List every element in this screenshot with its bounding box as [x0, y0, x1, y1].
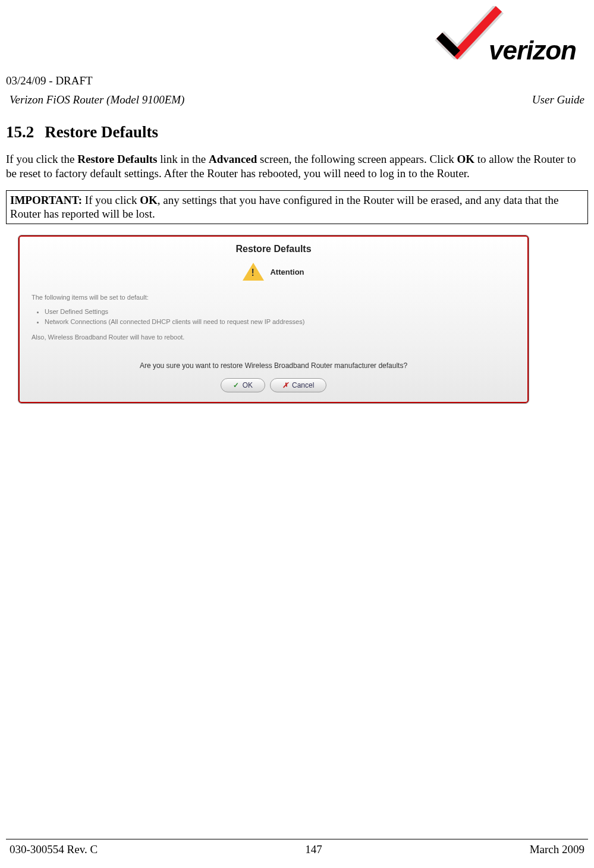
footer-divider: [6, 839, 588, 839]
restore-defaults-dialog: Restore Defaults Attention The following…: [18, 235, 529, 404]
section-number: 15.2: [6, 123, 34, 141]
x-icon: ✗: [282, 381, 288, 389]
section-title: Restore Defaults: [45, 123, 158, 141]
footer-rev: 030-300554 Rev. C: [10, 843, 98, 856]
page-footer: 030-300554 Rev. C 147 March 2009: [6, 839, 588, 856]
dialog-also: Also, Wireless Broadband Router will hav…: [32, 332, 516, 343]
footer-date: March 2009: [530, 843, 584, 856]
ok-button[interactable]: ✓ OK: [221, 378, 265, 392]
section-heading: 15.2Restore Defaults: [6, 123, 588, 141]
section-body: If you click the Restore Defaults link i…: [6, 152, 588, 181]
warning-icon: [243, 263, 264, 281]
footer-page: 147: [305, 843, 322, 856]
check-icon: ✓: [233, 381, 239, 389]
list-item: User Defined Settings: [45, 307, 516, 317]
cancel-button[interactable]: ✗ Cancel: [270, 378, 326, 392]
important-callout: IMPORTANT: If you click OK, any settings…: [6, 190, 588, 225]
doc-type: User Guide: [532, 93, 584, 106]
attention-label: Attention: [270, 268, 304, 276]
ok-button-label: OK: [243, 381, 253, 389]
logo-wordmark: verizon: [489, 36, 576, 65]
dialog-intro: The following items will be set to defau…: [32, 293, 516, 303]
cancel-button-label: Cancel: [292, 381, 314, 389]
brand-logo: verizon: [410, 6, 576, 71]
list-item: Network Connections (All connected DHCP …: [45, 317, 516, 328]
confirm-question: Are you sure you want to restore Wireles…: [18, 361, 529, 370]
product-name: Verizon FiOS Router (Model 9100EM): [10, 93, 184, 106]
dialog-title: Restore Defaults: [18, 240, 529, 263]
